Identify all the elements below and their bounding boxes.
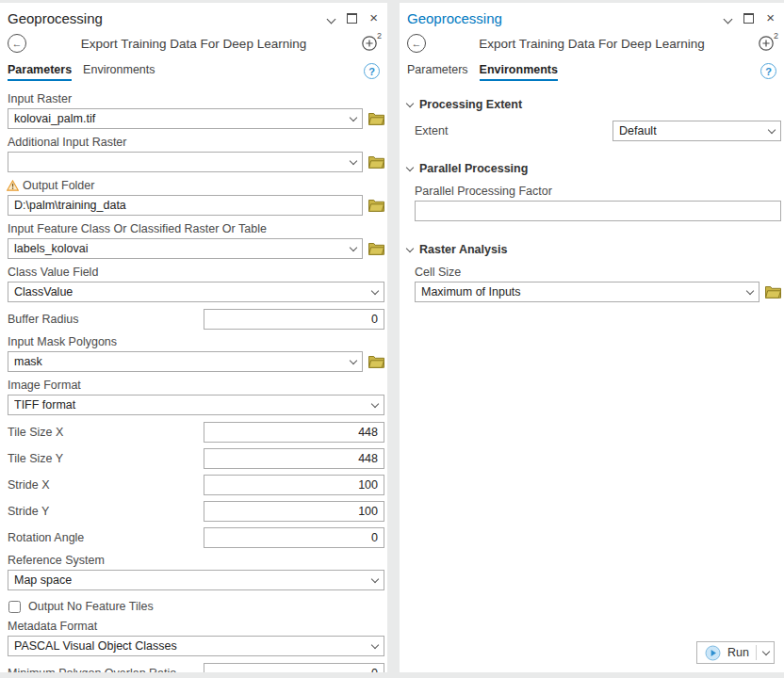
panel-titlebar: Geoprocessing × <box>0 3 387 29</box>
field-cell-size: Cell Size Maximum of Inputs <box>415 266 781 302</box>
field-image-format: Image Format TIFF format <box>8 379 384 415</box>
min-polygon-overlap-input[interactable] <box>204 663 384 672</box>
dock-icon[interactable] <box>743 13 754 24</box>
browse-folder-button[interactable] <box>368 199 384 212</box>
parallel-processing-factor-input[interactable] <box>415 201 781 221</box>
browse-folder-button[interactable] <box>765 285 781 299</box>
tab-bar: Parameters Environments ? <box>400 61 784 90</box>
parameters-form: Input Raster kolovai_palm.tif Additional… <box>0 90 387 672</box>
tool-title: Export Training Data For Deep Learning <box>26 37 361 51</box>
window-buttons: × <box>328 9 378 26</box>
chevron-down-icon <box>371 400 379 408</box>
run-button[interactable]: Run <box>696 641 775 664</box>
field-label: Reference System <box>8 554 384 567</box>
field-label: Rotation Angle <box>8 531 204 544</box>
chevron-down-icon <box>371 287 379 295</box>
extent-combobox[interactable]: Default <box>612 121 781 141</box>
browse-folder-button[interactable] <box>368 155 384 169</box>
collapse-chevron-icon <box>406 245 414 252</box>
close-icon[interactable]: × <box>369 12 378 24</box>
history-icon[interactable]: 2 <box>361 34 380 53</box>
panel-menu-chevron-icon[interactable] <box>725 9 731 26</box>
field-label: Minimum Polygon Overlap Ratio <box>8 667 204 672</box>
help-icon[interactable]: ? <box>760 63 776 79</box>
tab-environments[interactable]: Environments <box>83 63 155 81</box>
buffer-radius-input[interactable] <box>204 309 384 330</box>
history-badge: 2 <box>773 31 778 40</box>
tile-size-y-input[interactable] <box>204 448 384 469</box>
history-icon[interactable]: 2 <box>758 34 776 53</box>
chevron-down-icon <box>768 126 776 134</box>
chevron-down-icon <box>350 244 357 251</box>
section-header[interactable]: Parallel Processing <box>407 162 781 175</box>
folder-icon <box>368 355 384 368</box>
tool-title: Export Training Data For Deep Learning <box>426 37 758 51</box>
geoprocessing-panel-parameters: Geoprocessing × ← Export Training Data F… <box>0 3 387 672</box>
play-icon <box>705 645 721 661</box>
close-icon[interactable]: × <box>766 12 775 24</box>
panel-title: Geoprocessing <box>407 10 725 26</box>
section-raster-analysis: Raster Analysis Cell Size Maximum of Inp… <box>407 232 781 309</box>
browse-folder-button[interactable] <box>368 112 384 125</box>
field-label: Tile Size Y <box>8 452 204 465</box>
chevron-down-icon <box>350 357 357 364</box>
chevron-down-icon <box>371 641 379 649</box>
run-options-chevron-icon[interactable] <box>762 648 770 655</box>
stride-y-input[interactable] <box>204 501 384 522</box>
tab-parameters[interactable]: Parameters <box>407 63 468 81</box>
folder-icon <box>368 242 384 255</box>
cell-size-combobox[interactable]: Maximum of Inputs <box>415 282 760 302</box>
section-header[interactable]: Processing Extent <box>407 98 781 111</box>
back-button[interactable]: ← <box>8 34 26 53</box>
field-min-polygon-overlap: Minimum Polygon Overlap Ratio <box>8 663 384 672</box>
environments-form: Processing Extent Extent Default Paralle… <box>400 90 784 672</box>
field-output-no-feature-tiles: Output No Feature Tiles <box>8 600 384 613</box>
tab-bar: Parameters Environments ? <box>0 61 387 90</box>
field-stride-x: Stride X <box>8 475 384 495</box>
class-value-field-combobox[interactable]: ClassValue <box>8 282 384 302</box>
field-stride-y: Stride Y <box>8 501 384 522</box>
window-buttons: × <box>725 9 775 26</box>
tab-parameters[interactable]: Parameters <box>8 63 72 81</box>
rotation-angle-input[interactable] <box>204 527 384 548</box>
metadata-format-combobox[interactable]: PASCAL Visual Object Classes <box>8 636 384 656</box>
input-mask-polygons-combobox[interactable]: mask <box>8 351 363 372</box>
tool-header: ← Export Training Data For Deep Learning… <box>0 29 387 61</box>
field-rotation-angle: Rotation Angle <box>8 527 384 548</box>
input-feature-class-combobox[interactable]: labels_kolovai <box>8 238 363 259</box>
folder-icon <box>368 112 384 125</box>
field-reference-system: Reference System Map space <box>8 554 384 590</box>
reference-system-combobox[interactable]: Map space <box>8 570 384 590</box>
tool-header: ← Export Training Data For Deep Learning… <box>400 29 784 61</box>
dock-icon[interactable] <box>347 13 357 24</box>
image-format-combobox[interactable]: TIFF format <box>8 395 384 415</box>
field-additional-input-raster: Additional Input Raster <box>8 136 384 172</box>
panel-menu-chevron-icon[interactable] <box>328 9 335 26</box>
help-icon[interactable]: ? <box>364 63 380 79</box>
field-class-value-field: Class Value Field ClassValue <box>8 266 384 302</box>
back-button[interactable]: ← <box>407 34 426 53</box>
field-label: Input Raster <box>8 92 384 105</box>
section-header[interactable]: Raster Analysis <box>407 243 781 256</box>
stride-x-input[interactable] <box>204 475 384 495</box>
browse-folder-button[interactable] <box>368 355 384 368</box>
folder-icon <box>765 285 781 299</box>
panel-footer: Run <box>407 636 781 672</box>
output-no-feature-tiles-checkbox[interactable] <box>8 601 21 613</box>
field-label: Parallel Processing Factor <box>415 185 781 198</box>
field-label: Input Feature Class Or Classified Raster… <box>8 222 384 235</box>
additional-input-raster-combobox[interactable] <box>8 152 363 172</box>
field-label: Input Mask Polygons <box>8 335 384 348</box>
field-input-raster: Input Raster kolovai_palm.tif <box>8 92 384 129</box>
output-folder-input[interactable] <box>8 195 363 216</box>
input-raster-combobox[interactable]: kolovai_palm.tif <box>8 108 363 129</box>
field-label: Tile Size X <box>8 426 204 439</box>
field-tile-size-x: Tile Size X <box>8 422 384 443</box>
field-parallel-processing-factor: Parallel Processing Factor <box>415 185 781 221</box>
tile-size-x-input[interactable] <box>204 422 384 443</box>
field-tile-size-y: Tile Size Y <box>8 448 384 469</box>
browse-folder-button[interactable] <box>368 242 384 255</box>
divider <box>756 645 757 660</box>
tab-environments[interactable]: Environments <box>480 63 558 81</box>
field-label: Extent <box>415 124 612 137</box>
